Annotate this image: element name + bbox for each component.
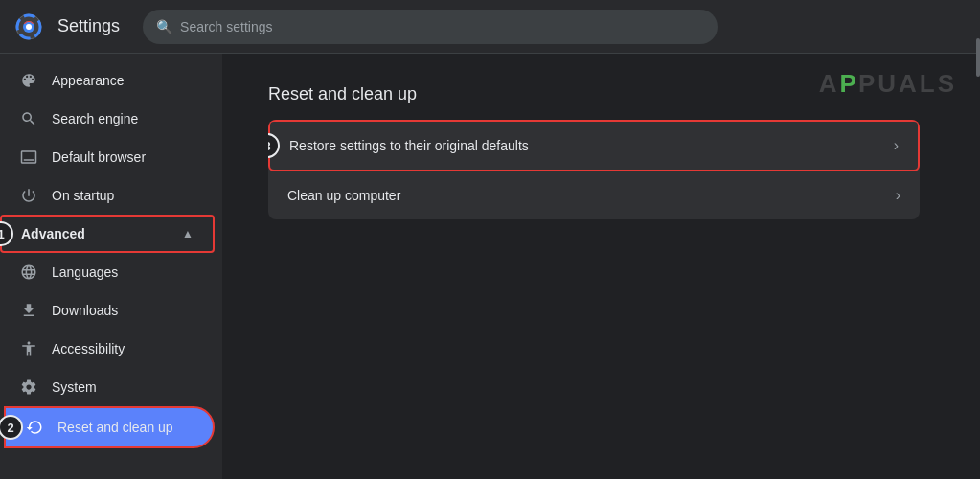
app-title: Settings	[57, 16, 120, 36]
sidebar-item-accessibility-label: Accessibility	[52, 341, 125, 356]
default-browser-icon	[19, 148, 38, 167]
sidebar-item-appearance-label: Appearance	[52, 73, 125, 88]
sidebar-item-reset[interactable]: Reset and clean up	[4, 406, 215, 448]
on-startup-icon	[19, 186, 38, 205]
badge-1: 1	[0, 221, 13, 246]
chevron-up-icon: ▲	[182, 227, 194, 240]
sidebar-item-default-browser-label: Default browser	[52, 149, 146, 165]
main-content: APPUALS Reset and clean up 3 Restore set…	[222, 54, 980, 479]
system-icon	[19, 377, 38, 397]
cleanup-computer-chevron-icon: ›	[896, 187, 900, 204]
languages-icon	[19, 262, 38, 282]
appearance-icon	[19, 71, 38, 90]
sidebar-item-system-label: System	[52, 379, 97, 395]
sidebar-item-system[interactable]: System	[0, 368, 215, 406]
search-input[interactable]: Search settings	[180, 19, 273, 34]
sidebar-item-default-browser[interactable]: Default browser	[0, 138, 215, 176]
advanced-label: Advanced	[21, 226, 85, 241]
sidebar-item-reset-label: Reset and clean up	[57, 420, 173, 435]
sidebar-item-on-startup-label: On startup	[52, 188, 114, 203]
sidebar-item-accessibility[interactable]: Accessibility	[0, 330, 215, 368]
sidebar: Appearance Search engine Default browser…	[0, 54, 222, 479]
sidebar-item-search-engine[interactable]: Search engine	[0, 100, 215, 138]
sidebar-item-appearance[interactable]: Appearance	[0, 61, 215, 100]
settings-card: 3 Restore settings to their original def…	[268, 120, 920, 219]
search-bar[interactable]: 🔍 Search settings	[143, 10, 718, 44]
sidebar-item-languages-label: Languages	[52, 264, 118, 280]
restore-settings-label: Restore settings to their original defau…	[289, 138, 529, 153]
sidebar-item-downloads[interactable]: Downloads	[0, 291, 215, 330]
sidebar-item-on-startup[interactable]: On startup	[0, 176, 215, 215]
sidebar-item-search-engine-label: Search engine	[52, 111, 138, 126]
restore-settings-chevron-icon: ›	[894, 137, 899, 154]
search-engine-icon	[19, 109, 38, 128]
reset-icon	[25, 418, 44, 437]
cleanup-computer-label: Clean up computer	[287, 188, 400, 203]
section-title: Reset and clean up	[268, 84, 934, 104]
chrome-logo-icon	[15, 13, 42, 40]
downloads-icon	[19, 301, 38, 320]
advanced-badge: Advanced	[21, 226, 85, 241]
restore-settings-row[interactable]: Restore settings to their original defau…	[268, 120, 920, 171]
search-icon: 🔍	[156, 19, 172, 34]
accessibility-icon	[19, 339, 38, 358]
svg-point-5	[26, 24, 32, 30]
restore-row-wrapper: 3 Restore settings to their original def…	[268, 120, 920, 171]
sidebar-item-downloads-label: Downloads	[52, 303, 118, 318]
sidebar-advanced-header[interactable]: Advanced ▲ 1	[0, 215, 215, 253]
sidebar-item-languages[interactable]: Languages	[0, 253, 215, 291]
body: Appearance Search engine Default browser…	[0, 54, 980, 479]
cleanup-computer-row[interactable]: Clean up computer ›	[268, 171, 920, 219]
sidebar-item-reset-wrapper: 2 Reset and clean up	[0, 406, 222, 448]
header: Settings 🔍 Search settings	[0, 0, 980, 54]
